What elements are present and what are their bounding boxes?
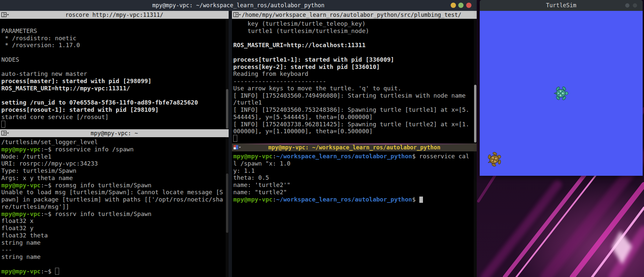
pane-title-text: /home/mpy/workspace_learn_ros/autolabor_…: [242, 12, 461, 18]
maximize-button[interactable]: [458, 3, 464, 8]
scrollbar-thumb[interactable]: [226, 89, 228, 129]
turtle2-sprite: [484, 149, 504, 169]
scrollbar-thumb[interactable]: [474, 85, 476, 142]
pane-title-text: mpy@mpy-vpc: ~/workspace_learn_ros/autol…: [268, 144, 440, 151]
turtlesim-titlebar[interactable]: TurtleSim: [480, 0, 643, 11]
terminal-window-title: mpy@mpy-vpc: ~/workspace_learn_ros/autol…: [152, 2, 325, 9]
pane-shell-active: mpy@mpy-vpc: ~/workspace_learn_ros/autol…: [232, 143, 477, 277]
turtlesim-canvas: [480, 11, 643, 176]
terminal-output-shell-active[interactable]: mpy@mpy-vpc:~/workspace_learn_ros/autola…: [232, 151, 477, 277]
pane-roscore: roscore http://mpy-vpc:11311/ PARAMETERS…: [0, 11, 229, 129]
terminal-output-shell-left[interactable]: /turtlesim/set_logger_levelmpy@mpy-vpc:~…: [0, 137, 229, 277]
terminator-window: mpy@mpy-vpc: ~/workspace_learn_ros/autol…: [0, 0, 477, 277]
pane-roscore-titlebar[interactable]: roscore http://mpy-vpc:11311/: [0, 11, 229, 19]
group-icon[interactable]: [233, 12, 241, 17]
turtlesim-title: TurtleSim: [546, 2, 576, 9]
pane-title-text: roscore http://mpy-vpc:11311/: [65, 12, 163, 18]
terminal-window-titlebar[interactable]: mpy@mpy-vpc: ~/workspace_learn_ros/autol…: [0, 0, 477, 11]
scrollbar[interactable]: [474, 151, 477, 277]
turtlesim-window: TurtleSim: [480, 0, 643, 176]
pane-shell-left-titlebar[interactable]: mpy@mpy-vpc: ~: [0, 129, 229, 137]
scrollbar[interactable]: [474, 19, 477, 143]
pane-roslaunch-titlebar[interactable]: /home/mpy/workspace_learn_ros/autolabor_…: [232, 11, 477, 19]
terminal-output-roslaunch[interactable]: key (turtlesim/turtle_teleop_key) turtle…: [232, 19, 477, 143]
scrollbar-thumb[interactable]: [226, 173, 228, 233]
close-button[interactable]: [466, 3, 471, 8]
scrollbar[interactable]: [226, 137, 229, 277]
group-icon[interactable]: [1, 12, 9, 17]
turtle1-sprite: [554, 86, 569, 101]
scrollbar[interactable]: [226, 19, 229, 129]
group-icon[interactable]: [1, 131, 9, 136]
group-icon-active[interactable]: [233, 145, 241, 150]
pane-title-text: mpy@mpy-vpc: ~: [91, 130, 138, 137]
pane-roslaunch: /home/mpy/workspace_learn_ros/autolabor_…: [232, 11, 477, 143]
desktop: mpy@mpy-vpc: ~/workspace_learn_ros/autol…: [0, 0, 644, 277]
minimize-button[interactable]: [451, 3, 456, 8]
window-dot-icon[interactable]: [625, 3, 629, 8]
pane-shell-left: mpy@mpy-vpc: ~ /turtlesim/set_logger_lev…: [0, 129, 229, 277]
window-dot-icon[interactable]: [633, 3, 637, 8]
pane-shell-active-titlebar[interactable]: mpy@mpy-vpc: ~/workspace_learn_ros/autol…: [232, 143, 477, 151]
terminal-output-roscore[interactable]: PARAMETERS * /rosdistro: noetic * /rosve…: [0, 19, 229, 129]
